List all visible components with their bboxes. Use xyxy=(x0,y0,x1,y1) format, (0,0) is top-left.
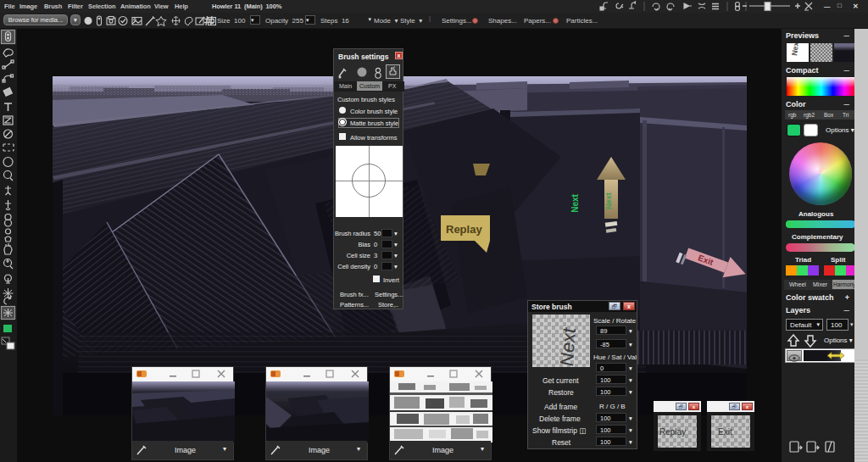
svg-text:Next: Next xyxy=(604,192,613,209)
svg-text:Replay: Replay xyxy=(446,223,482,236)
svg-text:Next: Next xyxy=(570,193,580,212)
